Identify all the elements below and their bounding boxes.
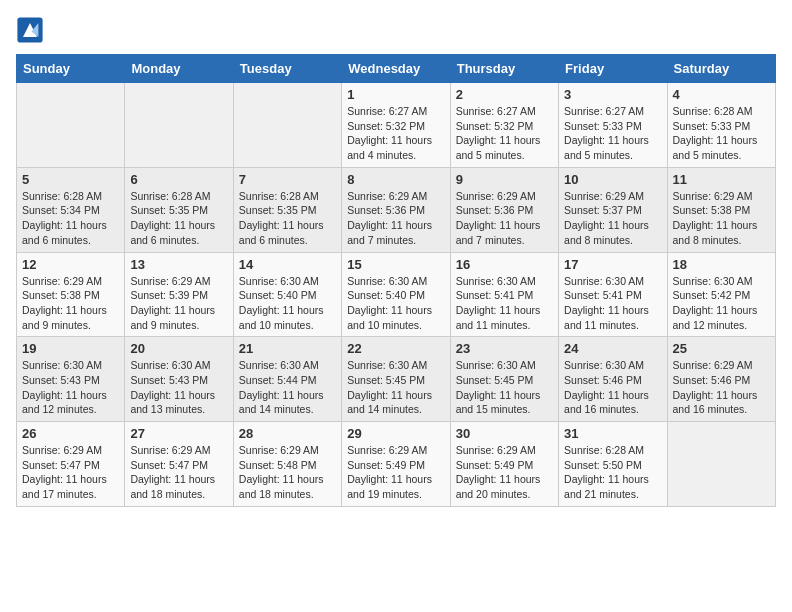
calendar-cell: 21Sunrise: 6:30 AMSunset: 5:44 PMDayligh… — [233, 337, 341, 422]
calendar-cell: 11Sunrise: 6:29 AMSunset: 5:38 PMDayligh… — [667, 167, 775, 252]
calendar-cell: 12Sunrise: 6:29 AMSunset: 5:38 PMDayligh… — [17, 252, 125, 337]
calendar-cell: 17Sunrise: 6:30 AMSunset: 5:41 PMDayligh… — [559, 252, 667, 337]
calendar-cell: 29Sunrise: 6:29 AMSunset: 5:49 PMDayligh… — [342, 422, 450, 507]
weekday-header-friday: Friday — [559, 55, 667, 83]
day-number: 13 — [130, 257, 227, 272]
day-number: 21 — [239, 341, 336, 356]
day-info: Sunrise: 6:30 AMSunset: 5:45 PMDaylight:… — [347, 358, 444, 417]
day-info: Sunrise: 6:30 AMSunset: 5:41 PMDaylight:… — [456, 274, 553, 333]
day-info: Sunrise: 6:29 AMSunset: 5:38 PMDaylight:… — [22, 274, 119, 333]
day-info: Sunrise: 6:30 AMSunset: 5:40 PMDaylight:… — [239, 274, 336, 333]
day-info: Sunrise: 6:28 AMSunset: 5:34 PMDaylight:… — [22, 189, 119, 248]
calendar-cell: 7Sunrise: 6:28 AMSunset: 5:35 PMDaylight… — [233, 167, 341, 252]
day-number: 30 — [456, 426, 553, 441]
calendar-cell: 27Sunrise: 6:29 AMSunset: 5:47 PMDayligh… — [125, 422, 233, 507]
calendar-cell: 18Sunrise: 6:30 AMSunset: 5:42 PMDayligh… — [667, 252, 775, 337]
day-number: 18 — [673, 257, 770, 272]
calendar-cell — [17, 83, 125, 168]
page-header — [16, 16, 776, 44]
day-number: 4 — [673, 87, 770, 102]
logo-icon — [16, 16, 44, 44]
day-number: 20 — [130, 341, 227, 356]
calendar-cell: 5Sunrise: 6:28 AMSunset: 5:34 PMDaylight… — [17, 167, 125, 252]
calendar-cell: 26Sunrise: 6:29 AMSunset: 5:47 PMDayligh… — [17, 422, 125, 507]
calendar-cell: 30Sunrise: 6:29 AMSunset: 5:49 PMDayligh… — [450, 422, 558, 507]
weekday-header-monday: Monday — [125, 55, 233, 83]
day-number: 11 — [673, 172, 770, 187]
calendar-cell — [233, 83, 341, 168]
day-info: Sunrise: 6:30 AMSunset: 5:46 PMDaylight:… — [564, 358, 661, 417]
day-number: 10 — [564, 172, 661, 187]
day-number: 3 — [564, 87, 661, 102]
day-info: Sunrise: 6:29 AMSunset: 5:38 PMDaylight:… — [673, 189, 770, 248]
day-number: 2 — [456, 87, 553, 102]
day-info: Sunrise: 6:27 AMSunset: 5:32 PMDaylight:… — [456, 104, 553, 163]
calendar-cell: 6Sunrise: 6:28 AMSunset: 5:35 PMDaylight… — [125, 167, 233, 252]
day-info: Sunrise: 6:27 AMSunset: 5:32 PMDaylight:… — [347, 104, 444, 163]
logo — [16, 16, 48, 44]
calendar-cell: 4Sunrise: 6:28 AMSunset: 5:33 PMDaylight… — [667, 83, 775, 168]
day-number: 27 — [130, 426, 227, 441]
day-number: 16 — [456, 257, 553, 272]
weekday-header-thursday: Thursday — [450, 55, 558, 83]
calendar-cell: 2Sunrise: 6:27 AMSunset: 5:32 PMDaylight… — [450, 83, 558, 168]
day-info: Sunrise: 6:28 AMSunset: 5:50 PMDaylight:… — [564, 443, 661, 502]
day-info: Sunrise: 6:29 AMSunset: 5:47 PMDaylight:… — [130, 443, 227, 502]
day-info: Sunrise: 6:27 AMSunset: 5:33 PMDaylight:… — [564, 104, 661, 163]
calendar-cell: 20Sunrise: 6:30 AMSunset: 5:43 PMDayligh… — [125, 337, 233, 422]
calendar-week-2: 5Sunrise: 6:28 AMSunset: 5:34 PMDaylight… — [17, 167, 776, 252]
calendar-cell: 16Sunrise: 6:30 AMSunset: 5:41 PMDayligh… — [450, 252, 558, 337]
day-info: Sunrise: 6:29 AMSunset: 5:47 PMDaylight:… — [22, 443, 119, 502]
calendar-cell: 8Sunrise: 6:29 AMSunset: 5:36 PMDaylight… — [342, 167, 450, 252]
calendar-cell: 19Sunrise: 6:30 AMSunset: 5:43 PMDayligh… — [17, 337, 125, 422]
calendar-cell: 22Sunrise: 6:30 AMSunset: 5:45 PMDayligh… — [342, 337, 450, 422]
day-info: Sunrise: 6:30 AMSunset: 5:41 PMDaylight:… — [564, 274, 661, 333]
day-number: 9 — [456, 172, 553, 187]
calendar-week-3: 12Sunrise: 6:29 AMSunset: 5:38 PMDayligh… — [17, 252, 776, 337]
day-number: 28 — [239, 426, 336, 441]
calendar-cell: 1Sunrise: 6:27 AMSunset: 5:32 PMDaylight… — [342, 83, 450, 168]
calendar-cell: 24Sunrise: 6:30 AMSunset: 5:46 PMDayligh… — [559, 337, 667, 422]
day-number: 31 — [564, 426, 661, 441]
day-info: Sunrise: 6:28 AMSunset: 5:35 PMDaylight:… — [130, 189, 227, 248]
calendar-cell: 9Sunrise: 6:29 AMSunset: 5:36 PMDaylight… — [450, 167, 558, 252]
day-number: 26 — [22, 426, 119, 441]
day-info: Sunrise: 6:30 AMSunset: 5:40 PMDaylight:… — [347, 274, 444, 333]
day-number: 15 — [347, 257, 444, 272]
calendar-cell: 23Sunrise: 6:30 AMSunset: 5:45 PMDayligh… — [450, 337, 558, 422]
day-info: Sunrise: 6:29 AMSunset: 5:49 PMDaylight:… — [456, 443, 553, 502]
day-number: 5 — [22, 172, 119, 187]
calendar-week-1: 1Sunrise: 6:27 AMSunset: 5:32 PMDaylight… — [17, 83, 776, 168]
day-number: 12 — [22, 257, 119, 272]
day-info: Sunrise: 6:29 AMSunset: 5:49 PMDaylight:… — [347, 443, 444, 502]
day-number: 24 — [564, 341, 661, 356]
weekday-header-tuesday: Tuesday — [233, 55, 341, 83]
calendar-cell: 15Sunrise: 6:30 AMSunset: 5:40 PMDayligh… — [342, 252, 450, 337]
calendar-week-4: 19Sunrise: 6:30 AMSunset: 5:43 PMDayligh… — [17, 337, 776, 422]
day-info: Sunrise: 6:30 AMSunset: 5:43 PMDaylight:… — [130, 358, 227, 417]
day-info: Sunrise: 6:30 AMSunset: 5:44 PMDaylight:… — [239, 358, 336, 417]
day-info: Sunrise: 6:29 AMSunset: 5:39 PMDaylight:… — [130, 274, 227, 333]
calendar-cell — [125, 83, 233, 168]
day-number: 1 — [347, 87, 444, 102]
calendar-cell: 10Sunrise: 6:29 AMSunset: 5:37 PMDayligh… — [559, 167, 667, 252]
day-number: 7 — [239, 172, 336, 187]
calendar-cell — [667, 422, 775, 507]
day-info: Sunrise: 6:29 AMSunset: 5:46 PMDaylight:… — [673, 358, 770, 417]
day-number: 14 — [239, 257, 336, 272]
calendar-header: SundayMondayTuesdayWednesdayThursdayFrid… — [17, 55, 776, 83]
calendar-cell: 13Sunrise: 6:29 AMSunset: 5:39 PMDayligh… — [125, 252, 233, 337]
day-number: 17 — [564, 257, 661, 272]
calendar-table: SundayMondayTuesdayWednesdayThursdayFrid… — [16, 54, 776, 507]
day-number: 22 — [347, 341, 444, 356]
calendar-cell: 28Sunrise: 6:29 AMSunset: 5:48 PMDayligh… — [233, 422, 341, 507]
day-info: Sunrise: 6:30 AMSunset: 5:45 PMDaylight:… — [456, 358, 553, 417]
weekday-header-sunday: Sunday — [17, 55, 125, 83]
calendar-cell: 14Sunrise: 6:30 AMSunset: 5:40 PMDayligh… — [233, 252, 341, 337]
day-info: Sunrise: 6:30 AMSunset: 5:43 PMDaylight:… — [22, 358, 119, 417]
calendar-week-5: 26Sunrise: 6:29 AMSunset: 5:47 PMDayligh… — [17, 422, 776, 507]
calendar-cell: 25Sunrise: 6:29 AMSunset: 5:46 PMDayligh… — [667, 337, 775, 422]
day-number: 23 — [456, 341, 553, 356]
day-info: Sunrise: 6:28 AMSunset: 5:33 PMDaylight:… — [673, 104, 770, 163]
day-number: 25 — [673, 341, 770, 356]
